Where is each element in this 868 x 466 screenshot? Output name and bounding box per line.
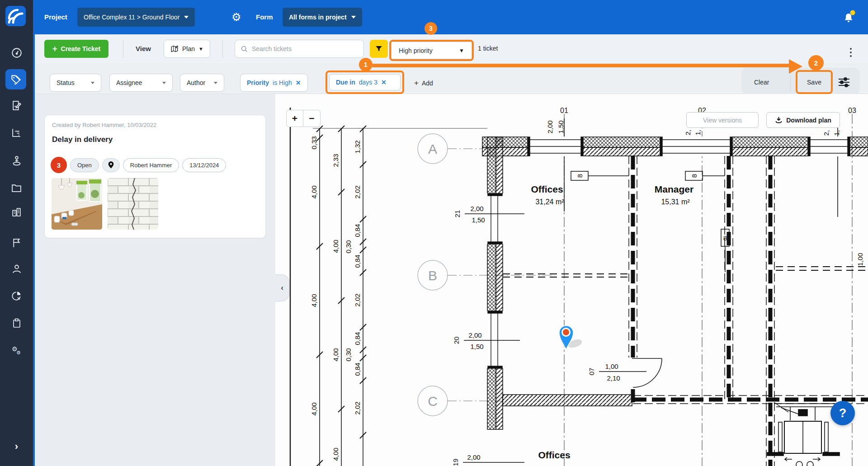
divider bbox=[123, 40, 123, 58]
dimension-label: 0,84 bbox=[354, 362, 361, 376]
download-plan-button[interactable]: Download plan bbox=[766, 112, 840, 128]
tag-icon bbox=[10, 74, 22, 85]
search-input[interactable] bbox=[252, 45, 351, 52]
win20-dim-a: 2,00 bbox=[468, 331, 481, 339]
dimension-label: 0,84 bbox=[354, 224, 361, 237]
sidebar-expand-chevron-icon[interactable]: › bbox=[0, 437, 33, 457]
tutorial-arrow bbox=[373, 64, 789, 67]
sidebar-item-tasks[interactable] bbox=[0, 313, 33, 333]
sidebar-item-company[interactable] bbox=[0, 202, 33, 222]
funnel-icon bbox=[375, 45, 383, 53]
ticket-map-pin[interactable] bbox=[559, 326, 583, 350]
sidebar-item-documents[interactable] bbox=[0, 178, 33, 198]
win01-dim-a: 2,00 bbox=[546, 120, 554, 133]
caret-down-icon bbox=[214, 82, 217, 84]
step-badge-2: 2 bbox=[808, 55, 824, 71]
sidebar-item-dashboard[interactable] bbox=[0, 43, 33, 63]
chevron-down-icon bbox=[184, 16, 189, 19]
win21-dim-a: 2,00 bbox=[470, 205, 483, 212]
divider bbox=[790, 75, 791, 91]
assignee-filter-dropdown[interactable]: Assignee bbox=[109, 74, 173, 92]
sidebar-item-statistics[interactable] bbox=[0, 122, 33, 142]
dimension-label: 0,30 bbox=[344, 240, 352, 253]
ticket-author-pill[interactable]: Robert Hammer bbox=[123, 158, 179, 172]
create-ticket-button[interactable]: + Create Ticket bbox=[44, 40, 108, 58]
grid-row-A: A bbox=[428, 141, 437, 156]
sidebar-item-contacts[interactable] bbox=[0, 259, 33, 279]
dimension-label: 4,00 bbox=[332, 447, 340, 461]
app-logo[interactable] bbox=[5, 6, 26, 26]
window-tag: 8 bbox=[723, 234, 727, 242]
author-filter-dropdown[interactable]: Author bbox=[180, 74, 224, 92]
dimension-label: 0,33 bbox=[310, 136, 318, 149]
dimension-label: 0,84 bbox=[354, 254, 361, 268]
priority-filter-chip[interactable]: Priority is High ✕ bbox=[240, 74, 308, 92]
caret-down-icon bbox=[162, 82, 166, 84]
collapse-panel-handle[interactable]: ‹ bbox=[275, 274, 289, 301]
dimension-label: 2,02 bbox=[354, 401, 361, 414]
view-mode-dropdown[interactable]: Plan ▼ bbox=[164, 40, 210, 58]
sidebar-item-flags[interactable] bbox=[0, 233, 33, 253]
win19-dim-a: 2,00 bbox=[467, 453, 480, 461]
help-button[interactable]: ? bbox=[830, 401, 855, 425]
priority-filter-dropdown[interactable]: High priority ▼ bbox=[391, 42, 472, 59]
status-filter-dropdown[interactable]: Status bbox=[50, 74, 101, 92]
room-area-manager: 15,31 m² bbox=[661, 198, 690, 206]
view-versions-button[interactable]: View versions bbox=[686, 112, 759, 128]
project-selector-value: Office Complex 11 > Ground Floor bbox=[84, 14, 179, 21]
caret-down-icon: ▼ bbox=[459, 47, 464, 54]
ticket-card[interactable]: Created by Robert Hammer, 10/03/2022 Del… bbox=[44, 115, 266, 238]
window-tag: 8 bbox=[690, 174, 698, 178]
dimension-label: 4,00 bbox=[310, 294, 318, 307]
sidebar-item-settings[interactable]: ⚙⚙ bbox=[0, 340, 33, 360]
gear-icon[interactable]: ⚙ bbox=[231, 0, 241, 34]
win01-dim-b: 1,50 bbox=[557, 120, 565, 133]
ticket-due-pill[interactable]: 13/12/2024 bbox=[182, 158, 226, 172]
win02-dim-partial: 1, bbox=[694, 130, 702, 136]
divider bbox=[222, 40, 223, 58]
win03-dim-partial: 1, bbox=[833, 130, 840, 136]
ticket-photo-meeting-room[interactable] bbox=[52, 178, 102, 230]
ticket-status-pill[interactable]: Open bbox=[70, 158, 99, 172]
close-icon[interactable]: ✕ bbox=[381, 79, 387, 86]
zoom-out-button[interactable]: − bbox=[303, 110, 321, 127]
due-filter-highlight: Due in days 3 ✕ bbox=[326, 71, 404, 94]
door07-dim-a: 1,00 bbox=[605, 362, 618, 370]
dimension-chains: 0,334,004,004,002,334,004,004,001,322,02… bbox=[310, 126, 366, 466]
sidebar-accent-strip bbox=[33, 0, 35, 466]
right-door-dim: 1,00 bbox=[856, 253, 864, 266]
close-icon[interactable]: ✕ bbox=[296, 79, 301, 86]
svg-text:⚙: ⚙ bbox=[16, 350, 21, 355]
sidebar-item-site-inspection[interactable] bbox=[0, 151, 33, 170]
notification-dot bbox=[850, 10, 855, 15]
save-filter-button[interactable]: Save bbox=[807, 79, 821, 86]
chevron-down-icon bbox=[351, 16, 356, 19]
due-filter-chip[interactable]: Due in days 3 ✕ bbox=[329, 74, 401, 90]
plus-icon: + bbox=[292, 113, 297, 124]
win02-dim-partial: 2, bbox=[684, 130, 692, 136]
clear-filters-button[interactable]: Clear bbox=[754, 79, 769, 86]
sidebar-item-forms[interactable] bbox=[0, 95, 33, 115]
door07-dim-b: 2,10 bbox=[607, 374, 620, 382]
ticket-title: Delay in delivery bbox=[52, 135, 113, 144]
zoom-in-button[interactable]: + bbox=[286, 110, 303, 127]
project-selector[interactable]: Office Complex 11 > Ground Floor bbox=[77, 8, 195, 27]
filter-settings-sliders-icon[interactable] bbox=[838, 76, 850, 90]
map-icon bbox=[170, 45, 179, 53]
form-selector-value: All forms in project bbox=[289, 14, 347, 21]
win20-tag: 20 bbox=[453, 337, 460, 344]
chevron-left-icon: ‹ bbox=[281, 283, 283, 292]
minus-icon: − bbox=[309, 113, 314, 124]
filter-button[interactable] bbox=[370, 40, 388, 58]
notification-bell-icon[interactable] bbox=[842, 10, 855, 26]
sidebar-item-reports[interactable] bbox=[0, 286, 33, 306]
ticket-location-pill[interactable] bbox=[102, 158, 120, 172]
more-options-kebab-icon[interactable] bbox=[846, 45, 855, 60]
dimension-label: 2,33 bbox=[332, 154, 340, 167]
win21-tag: 21 bbox=[453, 210, 461, 218]
dimension-label: 4,00 bbox=[332, 240, 340, 253]
form-selector[interactable]: All forms in project bbox=[283, 8, 362, 27]
sidebar-item-tickets[interactable] bbox=[5, 69, 26, 89]
add-filter-button[interactable]: +Add bbox=[414, 79, 433, 88]
ticket-photo-cracked-wall[interactable] bbox=[108, 178, 158, 230]
